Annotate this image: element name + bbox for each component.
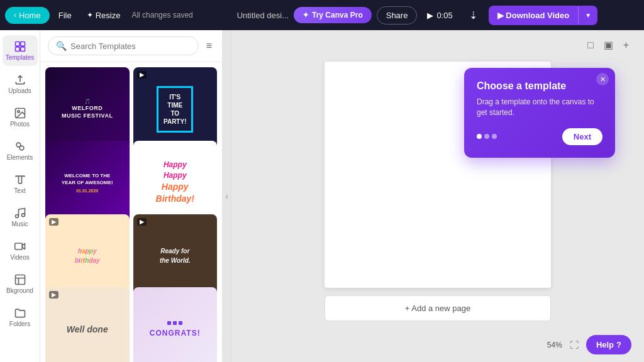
sidebar-item-music[interactable]: Music [3,202,38,233]
search-input-wrap: 🔍 [48,36,199,55]
sidebar-item-folders[interactable]: Folders [3,302,38,332]
card-content: ▶ Ready forthe World. [133,214,218,299]
resize-button[interactable]: ✦ Resize [80,7,127,24]
zoom-level: 54% [547,341,562,349]
template-card-music-festival[interactable]: 🎵 WELFORDMUSIC FESTIVAL [45,67,130,151]
popup-close-button[interactable]: ✕ [596,73,609,85]
dot-3 [492,134,497,139]
template-card-baby[interactable]: ▶ happy birthday [45,214,130,299]
text-label: Text [14,187,25,194]
file-button[interactable]: File [52,7,78,24]
card-content: HappyHappyHappyBirthday! [133,141,218,225]
sidebar-item-videos[interactable]: Videos [3,235,38,266]
home-label: Home [19,11,41,20]
template-card-happy-birthday[interactable]: HappyHappyHappyBirthday! [133,141,218,225]
share-label: Share [386,11,408,20]
sidebar-icons: Templates Uploads Photos Elements T [0,30,40,362]
download-video-dropdown-icon[interactable]: ▼ [578,7,597,24]
download-video-button[interactable]: ▶ Download Video ▼ [489,6,597,25]
download-video-label: ▶ Download Video [489,6,579,25]
folders-label: Folders [9,321,30,327]
popup-description: Drag a template onto the canvas to get s… [477,97,602,118]
card-content: ▶ happy birthday [45,214,130,299]
elements-icon [14,140,26,153]
template-card-ready-world[interactable]: ▶ Ready forthe World. [133,214,218,299]
svg-point-7 [19,146,24,150]
sidebar-item-background[interactable]: Bkground [3,268,38,299]
template-card-party[interactable]: ▶ IT'STIMETOPARTY! [133,67,218,151]
uploads-label: Uploads [8,87,31,94]
music-label: Music [11,221,28,228]
popup-title: Choose a template [477,80,602,92]
video-icon: ▶ [497,11,504,20]
top-nav: ‹ Home File ✦ Resize All changes saved U… [0,0,644,30]
elements-label: Elements [7,154,33,161]
help-label: Help [596,340,614,349]
add-button[interactable]: + [621,37,631,53]
svg-rect-0 [15,42,19,47]
background-icon [14,273,26,286]
add-page-button[interactable]: + Add a new page [325,295,551,321]
video-badge: ▶ [49,218,58,226]
template-card-welcome-year[interactable]: WELCOME TO THEYEAR OF AWESOME! 01.01.202… [45,141,130,225]
videos-label: Videos [10,254,29,261]
sidebar-item-elements[interactable]: Elements [3,135,38,166]
share-button[interactable]: Share [377,6,418,25]
search-bar: 🔍 ≡ [40,30,222,62]
search-icon: 🔍 [56,41,67,51]
download-icon-button[interactable]: ⇣ [463,6,484,25]
card-content: 🎵 WELFORDMUSIC FESTIVAL [45,67,130,151]
template-card-congrats[interactable]: CONGRATS! [133,287,218,362]
file-label: File [58,11,72,20]
video-badge: ▶ [137,71,147,79]
svg-point-8 [15,215,18,218]
resize-icon: ✦ [87,11,93,19]
card-content: WELCOME TO THEYEAR OF AWESOME! 01.01.202… [45,141,130,225]
try-canva-label: Try Canva Pro [312,11,363,19]
duplicate-page-button[interactable]: □ [585,37,596,53]
saved-status: All changes saved [131,11,192,19]
dot-1 [477,134,482,139]
help-icon: ? [616,340,621,349]
templates-label: Templates [6,54,35,61]
folders-icon [14,307,26,319]
help-button[interactable]: Help ? [586,335,631,354]
play-time: 0:05 [436,11,452,20]
download-icon: ⇣ [469,10,477,21]
svg-rect-10 [14,243,22,250]
videos-icon [14,240,26,253]
fullscreen-button[interactable]: ⛶ [567,337,581,353]
play-button[interactable]: ▶ 0:05 [422,7,457,24]
try-canva-button[interactable]: ✦ Try Canva Pro [294,7,372,23]
svg-point-5 [17,111,19,112]
template-chooser-popup: ✕ Choose a template Drag a template onto… [464,68,615,158]
collapse-handle[interactable]: ‹ [223,30,231,362]
main-layout: Templates Uploads Photos Elements T [0,30,644,362]
copy-button[interactable]: ▣ [601,36,616,53]
svg-rect-3 [20,47,25,52]
template-card-well-done[interactable]: ▶ Well done [45,287,130,362]
canvas-toolbar: □ ▣ + [585,36,631,53]
canvas-area: □ ▣ + + Add a new page ✕ Choose a templa… [231,30,644,362]
uploads-icon [14,74,26,86]
sidebar-item-photos[interactable]: Photos [3,102,38,133]
download-video-text: Download Video [506,11,569,20]
sidebar-item-text[interactable]: Text [3,168,38,199]
popup-next-button[interactable]: Next [562,128,602,145]
sidebar-item-templates[interactable]: Templates [3,35,38,66]
play-icon: ▶ [427,11,433,20]
popup-footer: Next [477,128,602,145]
resize-label: Resize [96,11,121,20]
collapse-icon: ‹ [225,191,228,201]
chevron-left-icon: ‹ [14,11,16,19]
search-input[interactable] [70,41,191,51]
popup-progress-dots [477,134,497,139]
card-content: ▶ Well done [45,287,130,362]
sidebar-item-uploads[interactable]: Uploads [3,69,38,99]
svg-rect-11 [15,275,25,285]
svg-point-9 [21,214,25,217]
card-content: CONGRATS! [133,287,218,362]
filter-button[interactable]: ≡ [204,38,214,54]
templates-panel: 🔍 ≡ 🎵 WELFORDMUSIC FESTIVAL ▶ [40,30,223,362]
home-button[interactable]: ‹ Home [5,7,50,24]
